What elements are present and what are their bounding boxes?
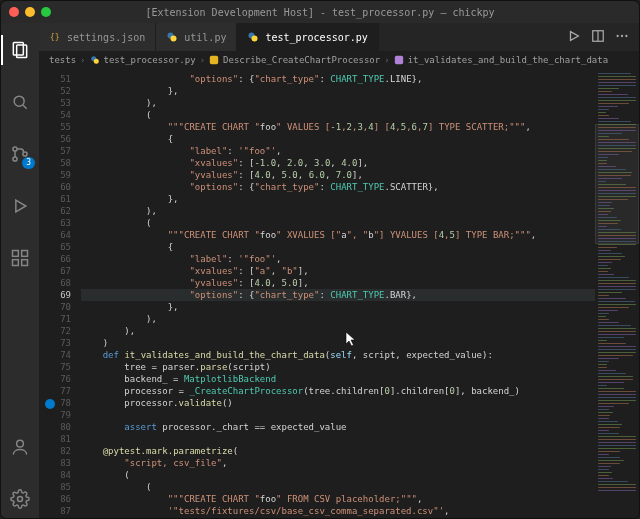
scm-badge: 3 [22,157,35,169]
chevron-right-icon: › [80,55,85,65]
svg-point-5 [13,157,17,161]
tab-util-py[interactable]: util.py [156,23,237,51]
source-control-icon[interactable]: 3 [1,135,39,173]
extensions-icon[interactable] [1,239,39,277]
svg-point-24 [625,35,627,37]
svg-rect-28 [394,56,402,64]
svg-marker-19 [571,32,579,41]
svg-point-18 [252,36,258,42]
tab-label: test_processor.py [265,32,367,43]
breadcrumb-file[interactable]: test_processor.py [104,55,196,65]
method-symbol-icon [394,55,404,65]
svg-point-6 [23,152,27,156]
class-symbol-icon [209,55,219,65]
chevron-right-icon: › [384,55,389,65]
breakpoint-marker[interactable] [45,399,55,409]
breadcrumb-folder[interactable]: tests [49,55,76,65]
svg-point-13 [18,497,23,502]
titlebar: [Extension Development Host] - test_proc… [1,1,639,23]
run-debug-icon[interactable] [1,187,39,225]
breadcrumb-class[interactable]: Describe_CreateChartProcessor [223,55,380,65]
svg-point-2 [14,96,24,106]
code-editor[interactable]: "options": {"chart_type": CHART_TYPE.LIN… [81,69,595,518]
chevron-right-icon: › [200,55,205,65]
svg-point-22 [616,35,618,37]
tab-label: util.py [184,32,226,43]
svg-rect-8 [13,251,19,257]
window-title: [Extension Development Host] - test_proc… [1,7,639,18]
tab-label: settings.json [67,32,145,43]
split-editor-icon[interactable] [591,29,605,45]
svg-marker-7 [16,200,26,212]
svg-rect-11 [22,260,28,266]
tab-bar: {} settings.json util.py test_processor.… [39,23,639,51]
svg-point-26 [93,59,98,64]
search-icon[interactable] [1,83,39,121]
svg-line-3 [23,105,27,109]
window-close-button[interactable] [9,7,19,17]
explorer-icon[interactable] [1,31,39,69]
more-actions-icon[interactable] [615,29,629,45]
svg-rect-27 [210,56,218,64]
svg-point-4 [13,147,17,151]
activity-bar: 3 [1,23,39,518]
window-minimize-button[interactable] [25,7,35,17]
breadcrumb[interactable]: tests › test_processor.py › Describe_Cre… [39,51,639,69]
breadcrumb-function[interactable]: it_validates_and_build_the_chart_data [408,55,608,65]
svg-point-12 [17,440,24,447]
run-file-icon[interactable] [567,29,581,45]
svg-point-23 [621,35,623,37]
svg-text:{}: {} [50,32,60,42]
python-file-icon [166,31,178,43]
settings-icon[interactable] [1,480,39,518]
window-maximize-button[interactable] [41,7,51,17]
svg-point-16 [171,36,177,42]
tab-settings-json[interactable]: {} settings.json [39,23,156,51]
python-file-icon [247,31,259,43]
minimap[interactable] [595,69,639,518]
line-gutter[interactable]: 5152535455565758596061626364656667686970… [39,69,81,518]
json-file-icon: {} [49,31,61,43]
svg-rect-10 [13,260,19,266]
accounts-icon[interactable] [1,428,39,466]
svg-rect-9 [22,251,28,257]
tab-test-processor-py[interactable]: test_processor.py [237,23,378,51]
python-file-icon [90,55,100,65]
